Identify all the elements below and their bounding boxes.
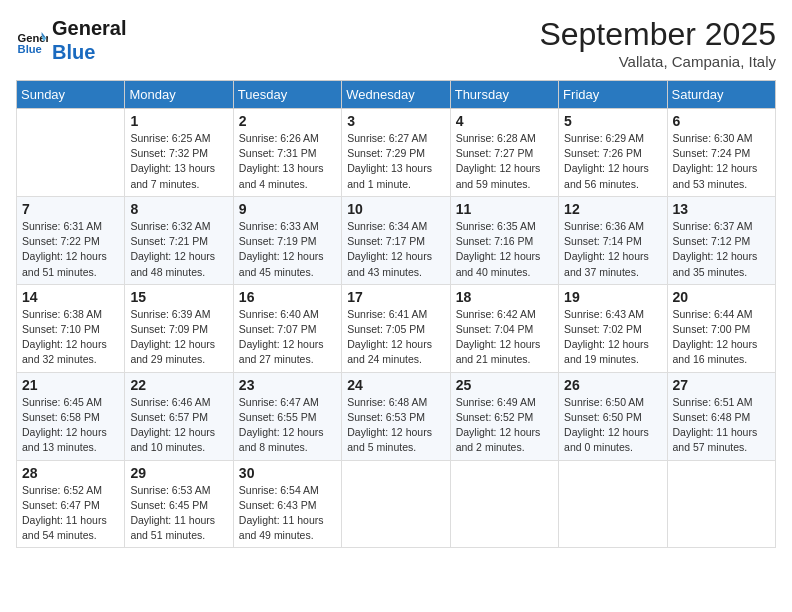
day-info: Sunrise: 6:51 AM Sunset: 6:48 PM Dayligh… [673, 395, 770, 456]
day-info: Sunrise: 6:47 AM Sunset: 6:55 PM Dayligh… [239, 395, 336, 456]
day-cell [450, 460, 558, 548]
day-cell [17, 109, 125, 197]
calendar-table: SundayMondayTuesdayWednesdayThursdayFrid… [16, 80, 776, 548]
day-cell: 5Sunrise: 6:29 AM Sunset: 7:26 PM Daylig… [559, 109, 667, 197]
col-header-thursday: Thursday [450, 81, 558, 109]
svg-text:Blue: Blue [18, 43, 42, 55]
day-info: Sunrise: 6:44 AM Sunset: 7:00 PM Dayligh… [673, 307, 770, 368]
week-row-1: 1Sunrise: 6:25 AM Sunset: 7:32 PM Daylig… [17, 109, 776, 197]
day-number: 16 [239, 289, 336, 305]
day-cell: 2Sunrise: 6:26 AM Sunset: 7:31 PM Daylig… [233, 109, 341, 197]
day-info: Sunrise: 6:45 AM Sunset: 6:58 PM Dayligh… [22, 395, 119, 456]
day-number: 11 [456, 201, 553, 217]
day-number: 24 [347, 377, 444, 393]
day-cell: 3Sunrise: 6:27 AM Sunset: 7:29 PM Daylig… [342, 109, 450, 197]
day-info: Sunrise: 6:36 AM Sunset: 7:14 PM Dayligh… [564, 219, 661, 280]
day-cell: 13Sunrise: 6:37 AM Sunset: 7:12 PM Dayli… [667, 196, 775, 284]
day-number: 7 [22, 201, 119, 217]
day-number: 5 [564, 113, 661, 129]
col-header-saturday: Saturday [667, 81, 775, 109]
day-cell: 17Sunrise: 6:41 AM Sunset: 7:05 PM Dayli… [342, 284, 450, 372]
day-cell: 8Sunrise: 6:32 AM Sunset: 7:21 PM Daylig… [125, 196, 233, 284]
day-number: 25 [456, 377, 553, 393]
day-cell: 23Sunrise: 6:47 AM Sunset: 6:55 PM Dayli… [233, 372, 341, 460]
day-info: Sunrise: 6:32 AM Sunset: 7:21 PM Dayligh… [130, 219, 227, 280]
day-number: 23 [239, 377, 336, 393]
day-cell: 21Sunrise: 6:45 AM Sunset: 6:58 PM Dayli… [17, 372, 125, 460]
day-number: 6 [673, 113, 770, 129]
calendar-header-row: SundayMondayTuesdayWednesdayThursdayFrid… [17, 81, 776, 109]
week-row-2: 7Sunrise: 6:31 AM Sunset: 7:22 PM Daylig… [17, 196, 776, 284]
day-cell: 20Sunrise: 6:44 AM Sunset: 7:00 PM Dayli… [667, 284, 775, 372]
day-number: 29 [130, 465, 227, 481]
day-info: Sunrise: 6:46 AM Sunset: 6:57 PM Dayligh… [130, 395, 227, 456]
day-cell: 29Sunrise: 6:53 AM Sunset: 6:45 PM Dayli… [125, 460, 233, 548]
day-cell: 19Sunrise: 6:43 AM Sunset: 7:02 PM Dayli… [559, 284, 667, 372]
day-number: 3 [347, 113, 444, 129]
day-cell: 22Sunrise: 6:46 AM Sunset: 6:57 PM Dayli… [125, 372, 233, 460]
day-number: 15 [130, 289, 227, 305]
day-number: 10 [347, 201, 444, 217]
day-cell: 6Sunrise: 6:30 AM Sunset: 7:24 PM Daylig… [667, 109, 775, 197]
col-header-tuesday: Tuesday [233, 81, 341, 109]
day-cell [342, 460, 450, 548]
day-info: Sunrise: 6:43 AM Sunset: 7:02 PM Dayligh… [564, 307, 661, 368]
day-info: Sunrise: 6:33 AM Sunset: 7:19 PM Dayligh… [239, 219, 336, 280]
col-header-sunday: Sunday [17, 81, 125, 109]
day-cell: 15Sunrise: 6:39 AM Sunset: 7:09 PM Dayli… [125, 284, 233, 372]
day-number: 26 [564, 377, 661, 393]
logo-icon: General Blue [16, 24, 48, 56]
day-cell: 7Sunrise: 6:31 AM Sunset: 7:22 PM Daylig… [17, 196, 125, 284]
day-cell: 11Sunrise: 6:35 AM Sunset: 7:16 PM Dayli… [450, 196, 558, 284]
logo-general: General [52, 16, 126, 40]
day-number: 19 [564, 289, 661, 305]
week-row-3: 14Sunrise: 6:38 AM Sunset: 7:10 PM Dayli… [17, 284, 776, 372]
day-number: 13 [673, 201, 770, 217]
day-cell: 14Sunrise: 6:38 AM Sunset: 7:10 PM Dayli… [17, 284, 125, 372]
day-info: Sunrise: 6:28 AM Sunset: 7:27 PM Dayligh… [456, 131, 553, 192]
day-cell: 30Sunrise: 6:54 AM Sunset: 6:43 PM Dayli… [233, 460, 341, 548]
day-number: 22 [130, 377, 227, 393]
day-number: 14 [22, 289, 119, 305]
logo-blue: Blue [52, 40, 126, 64]
day-info: Sunrise: 6:40 AM Sunset: 7:07 PM Dayligh… [239, 307, 336, 368]
day-info: Sunrise: 6:53 AM Sunset: 6:45 PM Dayligh… [130, 483, 227, 544]
day-info: Sunrise: 6:41 AM Sunset: 7:05 PM Dayligh… [347, 307, 444, 368]
day-info: Sunrise: 6:37 AM Sunset: 7:12 PM Dayligh… [673, 219, 770, 280]
col-header-monday: Monday [125, 81, 233, 109]
day-number: 30 [239, 465, 336, 481]
day-cell: 1Sunrise: 6:25 AM Sunset: 7:32 PM Daylig… [125, 109, 233, 197]
day-info: Sunrise: 6:38 AM Sunset: 7:10 PM Dayligh… [22, 307, 119, 368]
day-info: Sunrise: 6:31 AM Sunset: 7:22 PM Dayligh… [22, 219, 119, 280]
day-info: Sunrise: 6:25 AM Sunset: 7:32 PM Dayligh… [130, 131, 227, 192]
day-cell: 4Sunrise: 6:28 AM Sunset: 7:27 PM Daylig… [450, 109, 558, 197]
day-number: 27 [673, 377, 770, 393]
day-cell: 28Sunrise: 6:52 AM Sunset: 6:47 PM Dayli… [17, 460, 125, 548]
day-info: Sunrise: 6:48 AM Sunset: 6:53 PM Dayligh… [347, 395, 444, 456]
col-header-wednesday: Wednesday [342, 81, 450, 109]
day-info: Sunrise: 6:35 AM Sunset: 7:16 PM Dayligh… [456, 219, 553, 280]
week-row-5: 28Sunrise: 6:52 AM Sunset: 6:47 PM Dayli… [17, 460, 776, 548]
day-number: 4 [456, 113, 553, 129]
day-cell: 27Sunrise: 6:51 AM Sunset: 6:48 PM Dayli… [667, 372, 775, 460]
day-info: Sunrise: 6:50 AM Sunset: 6:50 PM Dayligh… [564, 395, 661, 456]
day-number: 12 [564, 201, 661, 217]
day-info: Sunrise: 6:39 AM Sunset: 7:09 PM Dayligh… [130, 307, 227, 368]
day-number: 8 [130, 201, 227, 217]
day-info: Sunrise: 6:52 AM Sunset: 6:47 PM Dayligh… [22, 483, 119, 544]
day-cell: 10Sunrise: 6:34 AM Sunset: 7:17 PM Dayli… [342, 196, 450, 284]
day-info: Sunrise: 6:49 AM Sunset: 6:52 PM Dayligh… [456, 395, 553, 456]
day-cell [667, 460, 775, 548]
day-cell: 24Sunrise: 6:48 AM Sunset: 6:53 PM Dayli… [342, 372, 450, 460]
day-info: Sunrise: 6:30 AM Sunset: 7:24 PM Dayligh… [673, 131, 770, 192]
day-info: Sunrise: 6:26 AM Sunset: 7:31 PM Dayligh… [239, 131, 336, 192]
day-info: Sunrise: 6:54 AM Sunset: 6:43 PM Dayligh… [239, 483, 336, 544]
day-cell: 16Sunrise: 6:40 AM Sunset: 7:07 PM Dayli… [233, 284, 341, 372]
day-number: 20 [673, 289, 770, 305]
title-block: September 2025 Vallata, Campania, Italy [539, 16, 776, 70]
day-cell [559, 460, 667, 548]
week-row-4: 21Sunrise: 6:45 AM Sunset: 6:58 PM Dayli… [17, 372, 776, 460]
day-cell: 18Sunrise: 6:42 AM Sunset: 7:04 PM Dayli… [450, 284, 558, 372]
day-info: Sunrise: 6:27 AM Sunset: 7:29 PM Dayligh… [347, 131, 444, 192]
page-header: General Blue General Blue September 2025… [16, 16, 776, 70]
